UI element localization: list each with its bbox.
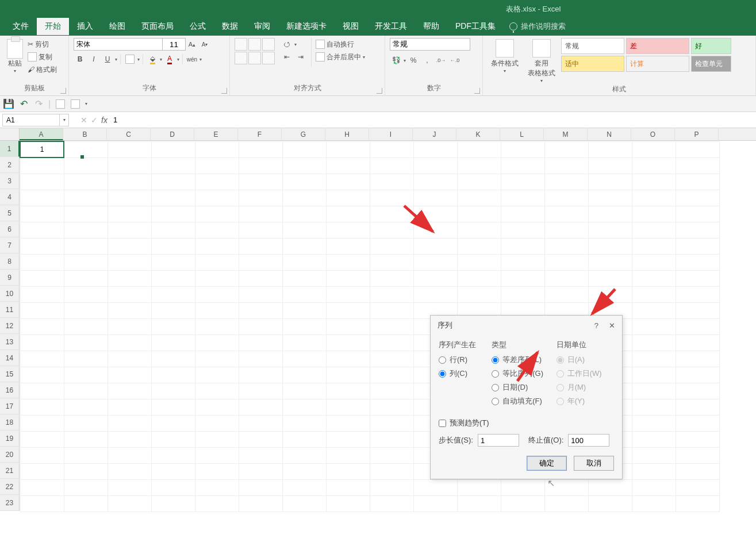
cell[interactable] [20, 463, 64, 479]
column-header-F[interactable]: F [238, 128, 282, 140]
cell[interactable] [457, 206, 501, 222]
cell[interactable] [282, 367, 326, 383]
cell[interactable] [239, 318, 282, 335]
cell[interactable] [239, 286, 282, 302]
tab-insert[interactable]: 插入 [69, 18, 101, 35]
fill-handle[interactable] [80, 155, 84, 159]
cell[interactable] [588, 254, 632, 270]
decrease-decimal-button[interactable]: ←.0 [448, 54, 461, 67]
cell[interactable] [239, 463, 282, 479]
cell[interactable] [108, 335, 151, 351]
cell[interactable] [239, 495, 282, 512]
column-header-O[interactable]: O [631, 128, 675, 140]
cell[interactable] [632, 335, 676, 351]
cell[interactable] [413, 206, 457, 222]
align-center-button[interactable] [248, 52, 261, 64]
cell[interactable] [108, 447, 151, 463]
cell[interactable] [413, 157, 457, 174]
row-header-14[interactable]: 14 [0, 350, 20, 366]
radio-row-rows[interactable]: 行(R) [439, 355, 485, 365]
cell[interactable] [588, 174, 632, 190]
cell[interactable] [151, 447, 195, 463]
align-top-button[interactable] [235, 38, 247, 51]
cell[interactable] [501, 495, 544, 512]
cell[interactable] [413, 238, 457, 254]
cell[interactable] [64, 254, 108, 270]
cell[interactable] [239, 190, 282, 206]
cell[interactable] [370, 495, 413, 512]
cell[interactable] [20, 447, 64, 463]
cell[interactable] [676, 157, 719, 174]
cell[interactable] [151, 190, 195, 206]
cell[interactable] [632, 254, 676, 270]
cell[interactable] [588, 157, 632, 174]
cell[interactable] [457, 238, 501, 254]
cell[interactable] [151, 174, 195, 190]
tab-help[interactable]: 帮助 [415, 18, 447, 35]
cell[interactable] [544, 286, 588, 302]
cell[interactable] [282, 157, 326, 174]
row-header-11[interactable]: 11 [0, 302, 20, 318]
tab-formulas[interactable]: 公式 [182, 18, 214, 35]
cell[interactable] [151, 286, 195, 302]
row-header-21[interactable]: 21 [0, 463, 20, 479]
cell[interactable] [108, 206, 151, 222]
cell[interactable] [676, 238, 719, 254]
close-button[interactable]: ✕ [609, 321, 615, 330]
cell[interactable] [195, 206, 239, 222]
radio-autofill[interactable]: 自动填充(F) [492, 396, 549, 406]
cell[interactable] [20, 190, 64, 206]
cell[interactable] [676, 479, 719, 495]
cell[interactable] [632, 270, 676, 286]
cell[interactable] [64, 238, 108, 254]
row-header-6[interactable]: 6 [0, 221, 20, 237]
cell[interactable] [195, 318, 239, 335]
paste-button[interactable]: 粘贴 ▾ [5, 38, 25, 75]
cell[interactable] [326, 190, 370, 206]
cell[interactable] [588, 206, 632, 222]
cell[interactable] [20, 383, 64, 399]
cell[interactable] [108, 383, 151, 399]
cell[interactable] [544, 157, 588, 174]
cell[interactable] [151, 254, 195, 270]
cell[interactable] [282, 318, 326, 335]
cell[interactable] [20, 495, 64, 512]
cell[interactable] [20, 222, 64, 238]
cell[interactable] [108, 222, 151, 238]
cell[interactable] [20, 254, 64, 270]
cell[interactable] [457, 254, 501, 270]
align-left-button[interactable] [235, 52, 247, 64]
cell[interactable] [239, 206, 282, 222]
cell[interactable] [64, 399, 108, 415]
radio-growth[interactable]: 等比序列(G) [492, 368, 549, 379]
row-header-3[interactable]: 3 [0, 173, 20, 189]
cell[interactable] [326, 174, 370, 190]
cell[interactable] [64, 174, 108, 190]
cell[interactable] [544, 206, 588, 222]
cell[interactable] [544, 141, 588, 157]
cell[interactable] [151, 399, 195, 415]
cell[interactable] [501, 157, 544, 174]
cell[interactable] [588, 495, 632, 512]
cell[interactable] [370, 302, 413, 318]
name-box[interactable] [2, 114, 60, 126]
cell[interactable] [370, 286, 413, 302]
column-header-L[interactable]: L [500, 128, 544, 140]
cell[interactable] [326, 335, 370, 351]
cell[interactable] [195, 222, 239, 238]
cell[interactable] [326, 495, 370, 512]
fx-button[interactable]: fx [101, 116, 108, 125]
cell[interactable] [282, 399, 326, 415]
increase-indent-button[interactable]: ⇥ [294, 51, 307, 63]
cell[interactable] [108, 463, 151, 479]
cell[interactable] [588, 286, 632, 302]
cell[interactable] [501, 479, 544, 495]
cell[interactable] [195, 351, 239, 367]
cell[interactable] [195, 270, 239, 286]
cell[interactable] [501, 270, 544, 286]
cell[interactable] [151, 415, 195, 431]
cell[interactable] [64, 141, 108, 157]
cell[interactable] [151, 335, 195, 351]
cell[interactable] [588, 141, 632, 157]
cell[interactable] [108, 351, 151, 367]
